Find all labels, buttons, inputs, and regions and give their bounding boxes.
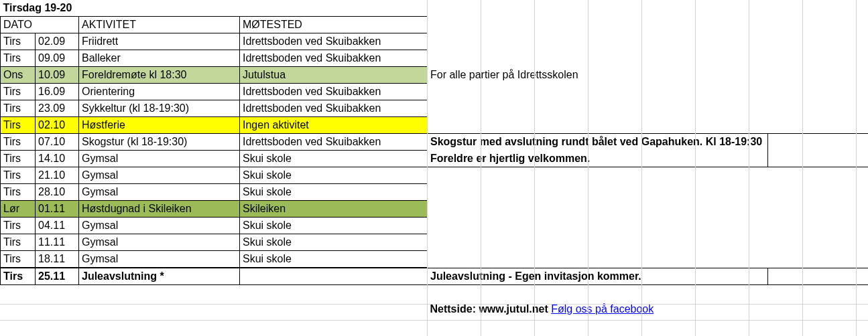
header-aktivitet: AKTIVITET: [79, 17, 240, 33]
table-row: Tirs 28.10 Gymsal Skui skole: [1, 184, 869, 201]
table-row: Tirs 23.09 Sykkeltur (kl 18-19:30) Idret…: [1, 100, 869, 117]
footer-row: Nettside: www.jutul.net Følg oss på face…: [1, 301, 869, 317]
table-row: Tirs 04.11 Gymsal Skui skole: [1, 218, 869, 234]
title-cell: Tirsdag 19-20: [1, 0, 79, 17]
table-row: Tirs 02.10 Høstferie Ingen aktivitet: [1, 117, 869, 134]
table-row: Tirs 16.09 Orientering Idrettsboden ved …: [1, 84, 869, 100]
header-motested: MØTESTED: [240, 17, 428, 33]
table-row: Tirs 02.09 Friidrett Idrettsboden ved Sk…: [1, 33, 869, 50]
facebook-link[interactable]: Følg oss på facebook: [551, 303, 654, 315]
table-row: Tirs 11.11 Gymsal Skui skole: [1, 234, 869, 251]
table-row: Lør 01.11 Høstdugnad i Skileiken Skileik…: [1, 201, 869, 218]
schedule-table: Tirsdag 19-20 DATO AKTIVITET MØTESTED Ti…: [0, 0, 868, 317]
header-dato: DATO: [1, 17, 79, 33]
nettside-label: Nettside: www.jutul.net: [430, 303, 548, 315]
table-row: Tirs 09.09 Balleker Idrettsboden ved Sku…: [1, 50, 869, 67]
table-row: Tirs 07.10 Skogstur (kl 18-19:30) Idrett…: [1, 134, 869, 151]
title-row: Tirsdag 19-20: [1, 0, 869, 17]
spreadsheet-sheet: Tirsdag 19-20 DATO AKTIVITET MØTESTED Ti…: [0, 0, 868, 336]
table-row: Tirs 14.10 Gymsal Skui skole Foreldre er…: [1, 151, 869, 167]
header-row: DATO AKTIVITET MØTESTED: [1, 17, 869, 33]
footer-cell: Nettside: www.jutul.net Følg oss på face…: [428, 301, 768, 317]
table-row: Tirs 21.10 Gymsal Skui skole: [1, 167, 869, 184]
spacer-row: [1, 285, 869, 302]
table-row: Tirs 25.11 Juleavslutning * Juleavslutni…: [1, 268, 869, 285]
table-row: Ons 10.09 Foreldremøte kl 18:30 Jutulstu…: [1, 67, 869, 84]
table-row: Tirs 18.11 Gymsal Skui skole: [1, 251, 869, 268]
